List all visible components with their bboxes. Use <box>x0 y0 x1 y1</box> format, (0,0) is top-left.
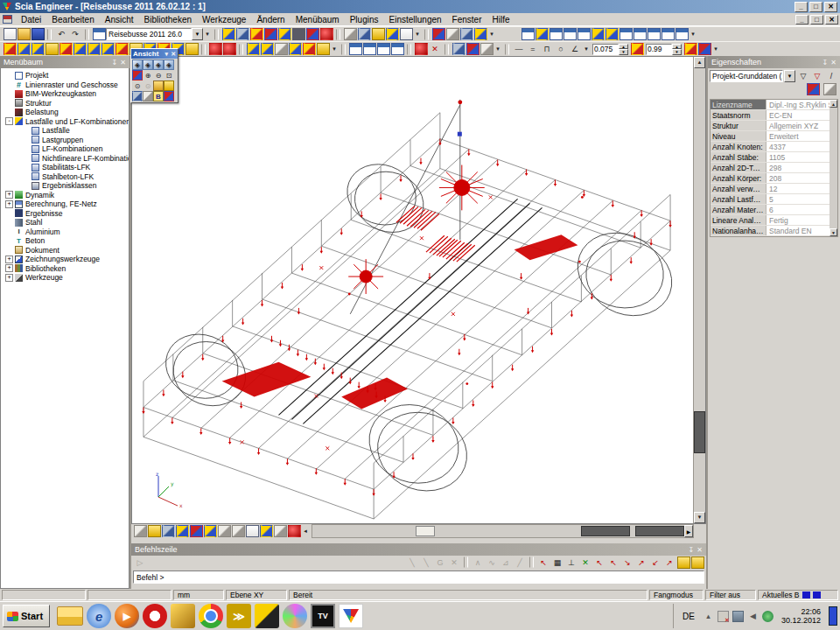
property-row[interactable]: Anzahl 2D-Teile: 298 <box>710 163 830 173</box>
tree-item-bibliotheken[interactable]: Bibliotheken <box>1 264 129 274</box>
spline-icon[interactable]: ∿ <box>486 556 499 569</box>
window-2-icon[interactable] <box>363 43 376 55</box>
close-icon[interactable]: ✕ <box>830 59 836 66</box>
cut-icon[interactable] <box>74 43 87 55</box>
redo-icon[interactable]: ↷ <box>69 28 82 40</box>
tree-expander-icon[interactable] <box>5 256 13 263</box>
tree-expander-icon[interactable] <box>5 108 13 116</box>
tree-item-lastfaelle[interactable]: Lastfälle <box>1 126 129 136</box>
save-icon[interactable] <box>32 28 45 40</box>
close-poly-icon[interactable]: ⊿ <box>500 556 513 569</box>
window-4-icon[interactable] <box>391 43 404 55</box>
tree-item-lastgruppen[interactable]: Lastgruppen <box>1 136 129 145</box>
property-row[interactable]: Anzahl Materialien: 6 <box>710 205 830 215</box>
child-restore-button[interactable]: □ <box>810 15 823 24</box>
explorer-icon[interactable] <box>57 606 83 626</box>
zoom-doc-icon[interactable] <box>446 28 459 40</box>
page-icon[interactable] <box>246 525 259 537</box>
toolbar-icon[interactable] <box>407 44 411 55</box>
tree-item-stahlbeton-lfk[interactable]: Stahlbeton-LFK <box>1 172 129 182</box>
cursor-snap-icon[interactable]: ↖ <box>537 556 550 569</box>
tree-expander-icon[interactable] <box>22 154 30 162</box>
tree-item-berechnung[interactable]: Berechnung, FE-Netz <box>1 200 129 209</box>
scale-result-icon[interactable] <box>698 43 711 55</box>
new-icon[interactable] <box>4 28 17 40</box>
tree-item-beton[interactable]: T Beton <box>1 236 129 246</box>
menu-item[interactable]: Hilfe <box>486 14 514 25</box>
internet-explorer-icon[interactable]: e <box>87 604 111 628</box>
link-icon[interactable] <box>209 43 222 55</box>
minimize-button[interactable]: _ <box>794 2 808 12</box>
tree-item-dokument[interactable]: Dokument <box>1 246 129 256</box>
colors-icon[interactable] <box>432 28 445 40</box>
snap-ortho-icon[interactable]: ⊥ <box>565 556 578 569</box>
axis-icon[interactable] <box>176 525 189 537</box>
property-selector-combobox[interactable]: Projekt-Grunddaten (1) <box>710 70 783 82</box>
toolbar-icon[interactable]: ▾ <box>488 28 496 40</box>
pencil-icon[interactable]: / <box>825 70 838 82</box>
mirror-icon[interactable] <box>116 43 129 55</box>
toolbar-icon[interactable] <box>505 44 509 55</box>
tree-expander-icon[interactable] <box>5 99 13 107</box>
visibility-icon[interactable] <box>275 43 288 55</box>
tree-expander-icon[interactable] <box>5 72 13 80</box>
ucs-icon[interactable] <box>162 525 175 537</box>
tree-expander-icon[interactable] <box>5 209 13 217</box>
draw-arc-icon[interactable]: G <box>434 556 447 569</box>
status-current-layer[interactable]: Aktuelles B <box>758 590 838 600</box>
tree-expander-icon[interactable] <box>5 237 13 245</box>
tree-expander-icon[interactable] <box>5 274 13 282</box>
property-row[interactable]: Lizenzname Dipl.-Ing S.Ryklin STAT... <box>710 100 830 110</box>
close-icon[interactable]: ✕ <box>171 51 176 58</box>
tree-expander-icon[interactable] <box>22 136 30 144</box>
filter-new-icon[interactable]: ▽ <box>797 70 810 82</box>
clip-icon[interactable] <box>460 28 473 40</box>
window-3-icon[interactable] <box>377 43 390 55</box>
printer-icon[interactable] <box>236 28 249 40</box>
vertical-scroll-thumb[interactable] <box>694 411 705 453</box>
snap-grid-icon[interactable]: ▦ <box>551 556 564 569</box>
tree-expander-icon[interactable] <box>5 228 13 235</box>
view-named-icon[interactable] <box>662 28 675 40</box>
clip-gray-icon[interactable] <box>134 525 147 537</box>
draw-line-icon[interactable]: ╲ <box>406 556 419 569</box>
view-toolbar-icon[interactable]: ▾ <box>690 28 697 40</box>
property-row[interactable]: Anzahl verwendete P... 12 <box>710 184 830 194</box>
printer-offline-icon[interactable] <box>718 611 729 622</box>
tree-expander-icon[interactable] <box>5 219 13 227</box>
tree-expander-icon[interactable] <box>5 191 13 199</box>
tree-item-stahl[interactable]: Stahl <box>1 218 129 228</box>
toolbar-icon[interactable] <box>85 29 89 40</box>
view-left-icon[interactable] <box>550 28 563 40</box>
snap-settings-icon[interactable] <box>677 556 690 569</box>
menu-item[interactable]: Werkzeuge <box>197 14 251 25</box>
scale-value-1-input[interactable] <box>592 44 619 55</box>
snap-tangent-icon[interactable]: ↙ <box>649 556 662 569</box>
line-angle-icon[interactable]: ∠ <box>569 43 582 55</box>
tree-item-belastung[interactable]: Belastung <box>1 108 129 117</box>
results-icon[interactable] <box>466 43 480 55</box>
yellow-arrows-app-icon[interactable]: ≫ <box>227 604 251 628</box>
menu-item[interactable]: Datei <box>16 14 46 25</box>
view-persp-icon[interactable] <box>620 28 633 40</box>
toolbar-icon[interactable] <box>214 29 219 40</box>
tree-item-aluminium[interactable]: I Aluminium <box>1 228 129 237</box>
status-filter[interactable]: Filter aus <box>705 590 756 600</box>
toolbar-icon[interactable] <box>201 44 206 55</box>
snap-lock-icon[interactable] <box>691 556 704 569</box>
view-next-icon[interactable] <box>648 28 661 40</box>
layer-icon[interactable] <box>247 43 260 55</box>
start-button[interactable]: Start <box>3 605 50 627</box>
tree-expander-icon[interactable] <box>22 172 30 180</box>
zoom-window-icon[interactable]: ⊡ <box>164 70 174 80</box>
network-icon[interactable] <box>732 611 744 622</box>
document-window-icon[interactable] <box>3 15 12 24</box>
project-window-icon[interactable] <box>93 28 106 40</box>
scroll-down-icon[interactable]: ▼ <box>694 512 705 523</box>
toolbar-icon[interactable] <box>444 44 449 55</box>
menu-item[interactable]: Plugins <box>345 14 384 25</box>
show-desktop-button[interactable] <box>829 606 837 626</box>
winamp-icon[interactable] <box>255 604 279 628</box>
model-3d-wireframe[interactable] <box>132 57 693 523</box>
command-input[interactable] <box>136 573 701 582</box>
